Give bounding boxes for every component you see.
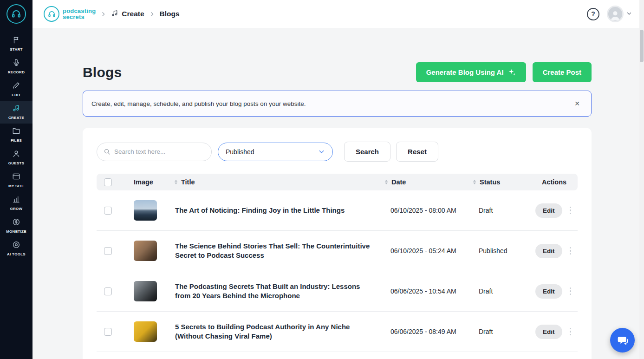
page-head-actions: Generate Blog Using AI Create Post	[416, 62, 592, 82]
blog-date: 06/06/2025 - 10:54 AM	[382, 287, 470, 295]
brand-line-2: secrets	[63, 14, 96, 20]
column-header-status[interactable]: Status	[480, 178, 500, 186]
row-checkbox[interactable]	[104, 328, 112, 336]
kebab-menu-icon[interactable]	[568, 245, 573, 257]
sidebar-item-grow[interactable]: GROW	[0, 192, 33, 215]
brand-home-link[interactable]: podcasting secrets	[44, 6, 96, 22]
sidebar-item-create[interactable]: CREATE	[0, 101, 33, 124]
banner-close-button[interactable]: ✕	[572, 98, 583, 109]
select-all-checkbox[interactable]	[104, 178, 112, 186]
sidebar-item-files[interactable]: FILES	[0, 124, 33, 146]
info-banner-text: Create, edit, manage, schedule, and publ…	[91, 100, 306, 107]
bar-chart-icon	[12, 195, 20, 205]
status-badge: Draft	[470, 207, 531, 214]
sidebar-item-label: RECORD	[8, 70, 25, 74]
status-badge: Draft	[470, 287, 531, 295]
brand-logo-icon	[44, 6, 59, 22]
top-header: podcasting secrets Create Blogs ?	[33, 0, 644, 28]
info-banner: Create, edit, manage, schedule, and publ…	[83, 91, 592, 117]
sidebar-logo[interactable]	[0, 0, 33, 28]
generate-blog-ai-label: Generate Blog Using AI	[426, 68, 504, 76]
row-checkbox[interactable]	[104, 247, 112, 255]
chevron-right-icon	[149, 11, 155, 17]
generate-blog-ai-button[interactable]: Generate Blog Using AI	[416, 62, 526, 82]
kebab-menu-icon[interactable]	[568, 205, 573, 216]
edit-button[interactable]: Edit	[535, 244, 562, 258]
status-badge: Draft	[470, 328, 531, 335]
scrollbar-thumb[interactable]	[640, 30, 644, 62]
sidebar-item-record[interactable]: RECORD	[0, 55, 33, 78]
account-menu[interactable]	[607, 6, 632, 22]
sidebar-nav: START RECORD EDIT CREATE FILES GUESTS	[0, 28, 33, 260]
avatar	[607, 6, 624, 22]
kebab-menu-icon[interactable]	[568, 326, 573, 338]
app-window: START RECORD EDIT CREATE FILES GUESTS	[0, 0, 644, 359]
sidebar-item-label: GROW	[10, 207, 23, 211]
blogs-card: Published Search Reset Image	[83, 128, 592, 359]
kebab-menu-icon[interactable]	[568, 286, 573, 297]
blog-title: 5 Secrets to Building Podcast Authority …	[162, 322, 382, 341]
podcasting-secrets-logo-icon	[7, 4, 26, 24]
sidebar-item-label: CREATE	[8, 116, 24, 120]
sidebar-item-label: START	[10, 47, 23, 52]
scrollbar-track	[639, 0, 644, 359]
sparkle-icon	[508, 68, 516, 76]
create-post-button[interactable]: Create Post	[533, 62, 592, 82]
music-note-icon	[111, 9, 119, 19]
sidebar-item-start[interactable]: START	[0, 33, 33, 55]
sidebar-item-monetize[interactable]: MONETIZE	[0, 215, 33, 237]
status-filter-dropdown[interactable]: Published	[218, 143, 333, 161]
sort-icon[interactable]	[472, 179, 477, 185]
blogs-table: Image Title Date Status	[97, 174, 578, 352]
page-title: Blogs	[83, 65, 122, 80]
table-row: The Science Behind Stories That Sell: Th…	[97, 231, 578, 271]
sidebar: START RECORD EDIT CREATE FILES GUESTS	[0, 0, 33, 359]
sidebar-item-label: MY SITE	[8, 184, 24, 188]
dollar-icon	[12, 218, 20, 228]
column-header-actions: Actions	[531, 178, 578, 186]
help-button[interactable]: ?	[587, 8, 599, 20]
sidebar-item-label: MONETIZE	[6, 229, 26, 234]
status-badge: Published	[470, 247, 531, 255]
edit-button[interactable]: Edit	[535, 284, 562, 299]
search-button[interactable]: Search	[344, 142, 390, 162]
blog-date: 06/10/2025 - 05:24 AM	[382, 247, 470, 255]
flag-icon	[12, 36, 20, 46]
edit-button[interactable]: Edit	[535, 325, 562, 339]
row-checkbox[interactable]	[104, 287, 112, 295]
microphone-icon	[12, 59, 20, 69]
column-header-date[interactable]: Date	[391, 178, 406, 186]
blog-thumbnail-person-yellow-jacket	[134, 321, 157, 342]
filters-bar: Published Search Reset	[97, 142, 578, 162]
column-header-image: Image	[119, 178, 162, 186]
search-input[interactable]	[114, 148, 205, 155]
edit-button[interactable]: Edit	[535, 203, 562, 218]
breadcrumb-blogs-label: Blogs	[160, 10, 180, 18]
reset-button[interactable]: Reset	[396, 142, 438, 162]
question-mark-icon: ?	[591, 10, 595, 18]
table-row: The Podcasting Secrets That Built an Ind…	[97, 271, 578, 312]
sort-icon[interactable]	[384, 179, 389, 185]
sidebar-item-ai-tools[interactable]: AI TOOLS	[0, 237, 33, 260]
blog-date: 06/10/2025 - 08:00 AM	[382, 207, 470, 214]
sort-icon[interactable]	[174, 179, 178, 185]
pencil-icon	[12, 81, 20, 91]
blog-date: 06/06/2025 - 08:49 AM	[382, 328, 470, 335]
sidebar-item-my-site[interactable]: MY SITE	[0, 169, 33, 192]
blog-thumbnail-man-at-desk	[134, 241, 157, 261]
chat-widget-button[interactable]	[610, 328, 635, 352]
row-checkbox[interactable]	[104, 207, 112, 215]
chat-bubble-icon	[617, 334, 629, 346]
breadcrumb-create-label: Create	[122, 10, 144, 18]
header-actions: ?	[587, 6, 632, 22]
close-icon: ✕	[574, 100, 580, 107]
breadcrumb-blogs[interactable]: Blogs	[160, 10, 180, 18]
breadcrumb-create[interactable]: Create	[111, 9, 144, 19]
sidebar-item-edit[interactable]: EDIT	[0, 78, 33, 101]
column-header-title[interactable]: Title	[181, 178, 195, 186]
blog-title: The Science Behind Stories That Sell: Th…	[162, 242, 382, 261]
person-icon	[12, 150, 20, 160]
table-row: 5 Secrets to Building Podcast Authority …	[97, 312, 578, 352]
sidebar-item-guests[interactable]: GUESTS	[0, 146, 33, 169]
create-post-label: Create Post	[543, 68, 581, 76]
